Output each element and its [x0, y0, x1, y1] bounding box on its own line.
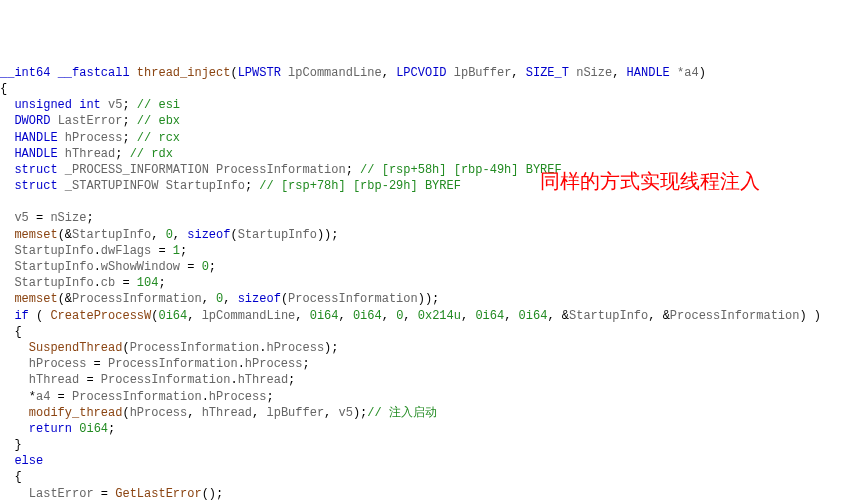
- code-block: __int64 __fastcall thread_inject(LPWSTR …: [0, 65, 867, 500]
- func-name: thread_inject: [137, 66, 231, 80]
- red-annotation: 同样的方式实现线程注入: [540, 168, 760, 195]
- call-conv: __fastcall: [58, 66, 130, 80]
- ret-type: __int64: [0, 66, 50, 80]
